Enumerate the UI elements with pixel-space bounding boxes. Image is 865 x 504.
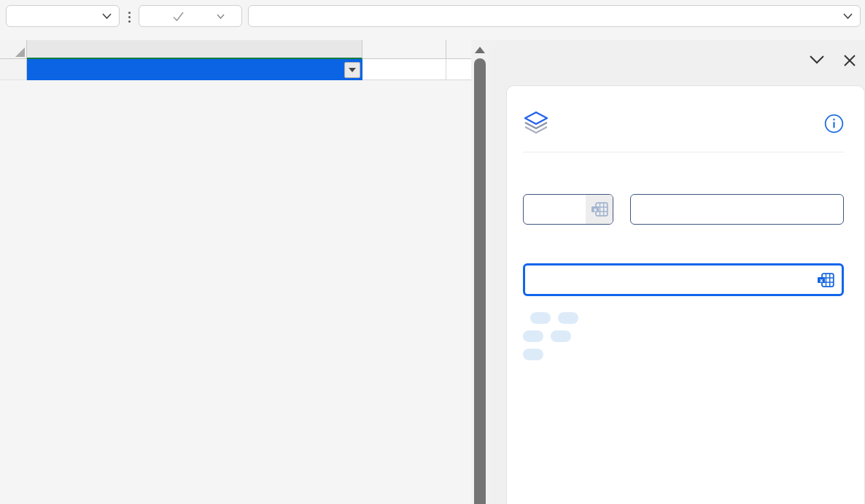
enter-icon[interactable] xyxy=(173,12,184,21)
close-pane-icon[interactable] xyxy=(843,54,856,67)
collapse-pane-icon[interactable] xyxy=(809,55,825,64)
preview-chip xyxy=(523,349,543,360)
more-options-icon[interactable] xyxy=(125,9,133,25)
value-range-picker-button[interactable]: x xyxy=(810,273,842,287)
vertical-scrollbar[interactable] xyxy=(471,40,489,504)
spreadsheet-grid xyxy=(0,40,471,80)
cell-input[interactable] xyxy=(524,202,586,217)
name-input[interactable] xyxy=(631,202,843,217)
cell-a5-table-header[interactable] xyxy=(27,59,362,80)
formula-bar[interactable] xyxy=(248,5,861,27)
function-chevron-icon[interactable] xyxy=(217,14,225,19)
cell-b5[interactable] xyxy=(362,59,446,80)
filter-arrow-icon xyxy=(349,68,356,72)
formula-buttons xyxy=(139,5,242,27)
name-box-chevron-icon[interactable] xyxy=(102,13,112,19)
name-field xyxy=(630,174,844,225)
column-header-c[interactable] xyxy=(446,40,471,59)
cell-field: x xyxy=(523,174,613,225)
row-number-5[interactable] xyxy=(0,59,27,80)
layers-icon xyxy=(523,111,549,136)
preview-section xyxy=(523,312,844,360)
select-all-triangle-icon xyxy=(15,47,25,57)
excel-window: x xyxy=(0,0,865,504)
column-header-row xyxy=(0,40,471,59)
column-header-b[interactable] xyxy=(362,40,446,59)
formula-bar-expand-icon[interactable] xyxy=(843,13,853,19)
scroll-up-arrow-icon[interactable] xyxy=(475,47,485,53)
divider xyxy=(523,152,844,152)
slice-card: x xyxy=(506,85,865,504)
column-header-a[interactable] xyxy=(27,40,362,59)
velixo-task-pane: x xyxy=(489,40,865,504)
value-input[interactable] xyxy=(525,273,810,287)
formula-toolbar xyxy=(0,0,865,40)
select-all-button[interactable] xyxy=(0,40,27,59)
filter-dropdown-button[interactable] xyxy=(344,62,360,78)
preview-chip xyxy=(530,312,551,324)
name-box[interactable] xyxy=(6,5,120,27)
scrollbar-thumb[interactable] xyxy=(474,58,486,504)
preview-chip xyxy=(551,330,571,342)
cell-range-picker-button[interactable]: x xyxy=(586,195,613,224)
info-icon[interactable] xyxy=(824,114,844,133)
value-field-focused: x xyxy=(523,263,844,296)
preview-chip xyxy=(558,312,578,324)
table-row-5 xyxy=(0,59,471,80)
preview-chip xyxy=(523,330,543,342)
